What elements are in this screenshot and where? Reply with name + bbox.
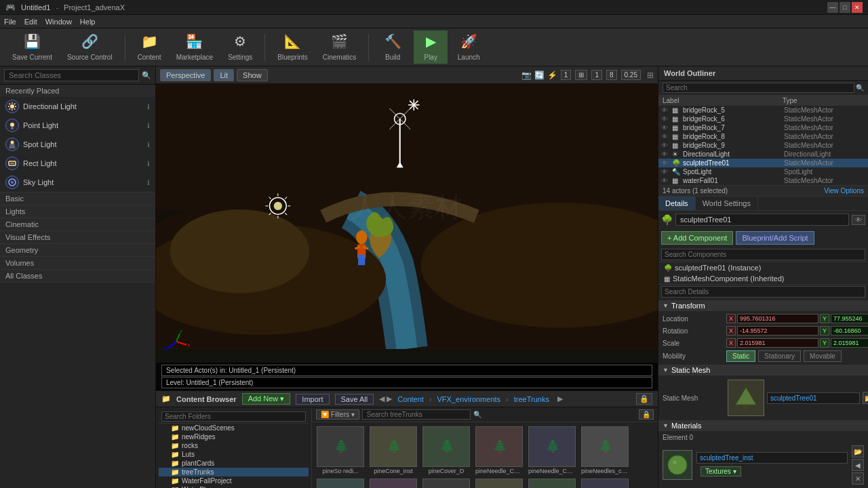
marketplace-btn[interactable]: 🏪 Marketplace: [171, 30, 218, 64]
outliner-row-bridgeRock6[interactable]: 👁 ▦ bridgeRock_6 StaticMeshActor: [658, 115, 868, 123]
mat-nav-btn[interactable]: ◀: [852, 459, 864, 471]
viewport-snap-control[interactable]: 0.25: [621, 70, 641, 80]
actor-name-input[interactable]: [675, 214, 849, 226]
breadcrumb-vfx[interactable]: VFX_environments: [437, 395, 501, 403]
asset-item-3[interactable]: 🌲pineNeedle_Cover01: [473, 425, 525, 476]
asset-item-0[interactable]: 🌲pineSo redi...: [315, 425, 366, 476]
assets-view-btn[interactable]: 🔒: [639, 409, 654, 420]
textures-btn[interactable]: Textures ▾: [701, 466, 741, 476]
asset-item-5[interactable]: 🌲pineNeedles_cover_nm: [579, 425, 631, 476]
outliner-row-bridgeRock9[interactable]: 👁 ▦ bridgeRock_9 StaticMeshActor: [658, 141, 868, 150]
asset-item-9[interactable]: 🌲pineCone_tree_nm: [473, 477, 525, 488]
add-new-btn[interactable]: Add New ▾: [242, 393, 291, 405]
outliner-row-spotlight[interactable]: 👁 🔦 SpotLight SpotLight: [658, 167, 868, 176]
folder-waterfall[interactable]: 📁 WaterFallProject: [159, 476, 309, 485]
blueprints-btn[interactable]: 📐 Blueprints: [272, 30, 313, 64]
scale-x[interactable]: [737, 338, 818, 348]
movable-btn[interactable]: Movable: [804, 350, 842, 362]
basic-header[interactable]: Basic: [0, 192, 155, 205]
location-y[interactable]: [831, 314, 868, 323]
recently-placed-header[interactable]: Recently Placed: [0, 85, 155, 97]
filters-btn[interactable]: 🔽 Filters ▾: [316, 409, 359, 420]
content-btn[interactable]: 📁 Content: [132, 30, 167, 64]
search-folders-input[interactable]: [161, 411, 306, 422]
outliner-row-bridgeRock8[interactable]: 👁 ▦ bridgeRock_8 StaticMeshActor: [658, 132, 868, 141]
tab-world-settings[interactable]: World Settings: [696, 197, 758, 210]
spot-light-item[interactable]: Spot Light ℹ: [0, 135, 155, 154]
breadcrumb-content[interactable]: Content: [397, 395, 424, 403]
show-btn[interactable]: Show: [237, 69, 268, 81]
materials-section-header[interactable]: Materials: [658, 420, 868, 431]
menu-window[interactable]: Window: [45, 18, 72, 26]
mesh-browse-btn[interactable]: 📂: [863, 392, 868, 404]
search-classes-input[interactable]: [4, 69, 139, 81]
folder-newCloudScenes[interactable]: 📁 newCloudScenes: [159, 424, 309, 432]
outliner-row-waterfall[interactable]: 👁 ▦ waterFall01 StaticMeshActor: [658, 176, 868, 185]
launch-btn[interactable]: 🚀 Launch: [452, 30, 486, 64]
asset-item-6[interactable]: 🌲pineNeedles_cover_rm: [315, 477, 366, 488]
mesh-name-input[interactable]: [767, 392, 860, 404]
cinematic-header[interactable]: Cinematic: [0, 218, 155, 230]
static-mesh-section-header[interactable]: Static Mesh: [658, 365, 868, 375]
location-x[interactable]: [737, 314, 818, 323]
material-name-input[interactable]: [696, 452, 848, 464]
mat-clear-btn[interactable]: ✕: [852, 472, 864, 485]
asset-item-4[interactable]: 🌲pineNeedle_Cover_D0: [526, 425, 578, 476]
search-details-input[interactable]: [661, 286, 865, 298]
save-current-btn[interactable]: 💾 Save Current: [7, 30, 58, 64]
all-classes-header[interactable]: All Classes: [0, 270, 155, 282]
search-components-input[interactable]: [661, 249, 865, 260]
transform-section-header[interactable]: Transform: [658, 300, 868, 311]
visual-effects-header[interactable]: Visual Effects: [0, 231, 155, 243]
view-options-outliner[interactable]: View Options: [824, 187, 864, 195]
outliner-row-bridgeRock5[interactable]: 👁 ▦ bridgeRock_5 StaticMeshActor: [658, 106, 868, 115]
viewport-scale-control[interactable]: 1: [561, 70, 572, 80]
scale-y[interactable]: [831, 338, 868, 348]
lights-header[interactable]: Lights: [0, 205, 155, 218]
asset-item-7[interactable]: 🌲pineNeedles_RGBA: [368, 477, 419, 488]
asset-item-10[interactable]: 🌲pineCone_free_inst: [526, 477, 578, 488]
point-light-info[interactable]: ℹ: [147, 122, 150, 129]
minimize-btn[interactable]: —: [827, 2, 838, 13]
viewport-num8-control[interactable]: 8: [606, 70, 617, 80]
viewport-maximize-icon[interactable]: ⊞: [647, 70, 654, 80]
outliner-search-input[interactable]: [663, 83, 854, 93]
outliner-row-sculptedTree01[interactable]: 👁 🌳 sculptedTree01 StaticMeshActor: [658, 159, 868, 167]
breadcrumb-expand[interactable]: ▶: [557, 394, 563, 403]
folder-treetrUnks[interactable]: 📁 treeTrunks: [159, 468, 309, 476]
folder-rocks[interactable]: 📁 rocks: [159, 441, 309, 450]
save-all-btn[interactable]: Save All: [335, 394, 374, 405]
menu-file[interactable]: File: [4, 18, 16, 26]
main-viewport[interactable]: 人人素材 Selected Actor(s) in: Untitled_1 (P…: [156, 84, 658, 390]
settings-btn[interactable]: ⚙ Settings: [222, 30, 258, 64]
asset-item-1[interactable]: 🌲pineCone_inst: [368, 425, 419, 476]
import-btn[interactable]: Import: [296, 394, 329, 405]
tab-details[interactable]: Details: [658, 197, 696, 210]
rotation-y[interactable]: [831, 326, 868, 336]
menu-help[interactable]: Help: [80, 18, 96, 26]
directional-light-item[interactable]: Directional Light ℹ: [0, 97, 155, 116]
asset-item-11[interactable]: 🌲pine_branch_D: [579, 477, 631, 488]
add-component-btn[interactable]: + Add Component: [661, 231, 733, 245]
geometry-header[interactable]: Geometry: [0, 244, 155, 256]
play-btn[interactable]: ▶ Play: [414, 30, 448, 64]
directional-light-info[interactable]: ℹ: [147, 103, 150, 110]
lit-btn[interactable]: Lit: [214, 69, 234, 81]
asset-item-2[interactable]: 🌲pineCover_D: [420, 425, 472, 476]
cinematics-btn[interactable]: 🎬 Cinematics: [317, 30, 361, 64]
maximize-btn[interactable]: □: [840, 2, 850, 13]
breadcrumb-trunks[interactable]: treeTrunks: [514, 395, 549, 403]
outliner-row-bridgeRock7[interactable]: 👁 ▦ bridgeRock_7 StaticMeshActor: [658, 123, 868, 132]
sky-light-item[interactable]: Sky Light ℹ: [0, 173, 155, 192]
sky-light-info[interactable]: ℹ: [147, 179, 150, 186]
mat-browse-btn[interactable]: 📂: [852, 445, 864, 458]
volumes-header[interactable]: Volumes: [0, 257, 155, 269]
asset-item-8[interactable]: 🌲pineNeedles_D: [420, 477, 472, 488]
spot-light-info[interactable]: ℹ: [147, 141, 150, 148]
rotation-x[interactable]: [737, 326, 818, 336]
blueprint-add-script-btn[interactable]: Blueprint/Add Script: [736, 231, 814, 245]
folder-waterplane[interactable]: 📁 WaterPlane: [159, 485, 309, 488]
close-btn[interactable]: ✕: [852, 2, 863, 13]
perspective-btn[interactable]: Perspective: [160, 69, 211, 81]
outliner-row-dirlight[interactable]: 👁 ☀ DirectionalLight DirectionalLight: [658, 150, 868, 159]
